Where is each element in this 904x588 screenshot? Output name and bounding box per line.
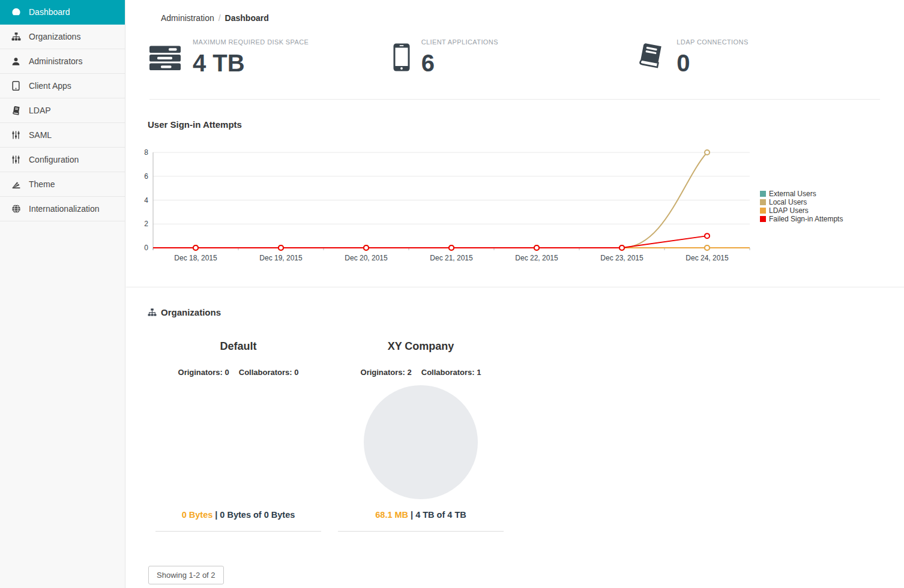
- usage-used: 0 Bytes of: [220, 510, 264, 520]
- usage-separator: |: [215, 510, 217, 520]
- sidebar-item-organizations[interactable]: Organizations: [0, 25, 125, 49]
- stat-card: LDAP CONNECTIONS0: [636, 38, 880, 75]
- originators-count: Originators: 0: [178, 368, 229, 377]
- svg-text:2: 2: [144, 220, 148, 228]
- card-divider: [338, 531, 504, 532]
- usage-total: 4 TB: [447, 510, 466, 520]
- organization-counts: Originators: 0Collaborators: 0: [151, 368, 325, 377]
- sidebar-item-label: Configuration: [29, 155, 79, 164]
- breadcrumb: Administration/Dashboard: [126, 0, 904, 23]
- legend-label: Local Users: [769, 198, 807, 206]
- chart-legend: External UsersLocal UsersLDAP UsersFaile…: [760, 190, 843, 223]
- legend-item: Failed Sign-in Attempts: [760, 215, 843, 223]
- organizations-title: Organizations: [148, 307, 904, 317]
- sidebar-item-theme[interactable]: Theme: [0, 172, 125, 197]
- svg-text:Dec 19, 2015: Dec 19, 2015: [259, 254, 303, 262]
- sidebar-item-label: Administrators: [29, 56, 82, 66]
- sidebar-item-label: Theme: [29, 179, 55, 189]
- chart-title: User Sign-in Attempts: [148, 119, 904, 130]
- svg-text:Dec 22, 2015: Dec 22, 2015: [515, 254, 558, 262]
- stat-label: MAXIMUM REQUIRED DISK SPACE: [193, 38, 309, 46]
- pagination-status[interactable]: Showing 1-2 of 2: [148, 566, 224, 584]
- stat-value: 0: [676, 51, 748, 75]
- stat-value: 6: [421, 51, 498, 75]
- legend-swatch: [760, 199, 766, 205]
- mobile-icon: [393, 43, 410, 74]
- breadcrumb-page: Dashboard: [225, 13, 269, 23]
- organizations-icon: [11, 32, 21, 42]
- organizations-title-label: Organizations: [161, 307, 221, 317]
- card-divider: [155, 531, 321, 532]
- client-apps-icon: [11, 81, 21, 91]
- storage-usage: 0 Bytes|0 Bytes of 0 Bytes: [151, 510, 325, 520]
- sidebar-item-client-apps[interactable]: Client Apps: [0, 74, 125, 98]
- svg-text:Dec 24, 2015: Dec 24, 2015: [686, 254, 729, 262]
- usage-total: 0 Bytes: [264, 510, 295, 520]
- stats-row: MAXIMUM REQUIRED DISK SPACE4 TBCLIENT AP…: [149, 38, 880, 100]
- organization-cards: DefaultOriginators: 0Collaborators: 00 B…: [151, 331, 904, 532]
- originators-count: Originators: 2: [361, 368, 412, 377]
- sidebar-item-label: Dashboard: [29, 7, 70, 17]
- legend-item: External Users: [760, 190, 843, 198]
- legend-label: LDAP Users: [769, 206, 809, 215]
- usage-used: 4 TB of: [415, 510, 447, 520]
- legend-item: Local Users: [760, 198, 843, 206]
- sidebar-item-label: Client Apps: [29, 81, 71, 91]
- chart-row: 02468Dec 18, 2015Dec 19, 2015Dec 20, 201…: [131, 145, 904, 268]
- signin-chart: 02468Dec 18, 2015Dec 19, 2015Dec 20, 201…: [131, 145, 753, 268]
- legend-swatch: [760, 216, 766, 222]
- usage-highlight: 0 Bytes: [182, 510, 213, 520]
- configuration-icon: [11, 155, 21, 165]
- stat-card: CLIENT APPLICATIONS6: [393, 38, 637, 75]
- storage-donut-area: [151, 385, 325, 499]
- organization-card: DefaultOriginators: 0Collaborators: 00 B…: [151, 331, 325, 532]
- svg-text:Dec 23, 2015: Dec 23, 2015: [600, 254, 643, 262]
- stat-value: 4 TB: [193, 51, 309, 75]
- storage-usage: 68.1 MB|4 TB of 4 TB: [334, 510, 508, 520]
- stat-card: MAXIMUM REQUIRED DISK SPACE4 TB: [149, 38, 393, 75]
- internationalization-icon: [11, 204, 21, 214]
- stat-label: CLIENT APPLICATIONS: [421, 38, 498, 46]
- storage-donut-chart: [364, 385, 478, 499]
- theme-icon: [11, 179, 21, 190]
- ldap-icon: [11, 106, 21, 116]
- usage-highlight: 68.1 MB: [375, 510, 408, 520]
- svg-text:Dec 21, 2015: Dec 21, 2015: [430, 254, 473, 262]
- sidebar-item-internationalization[interactable]: Internationalization: [0, 197, 125, 221]
- dashboard-icon: [11, 7, 21, 17]
- sidebar-item-label: Organizations: [29, 32, 80, 41]
- legend-swatch: [760, 208, 766, 214]
- usage-separator: |: [411, 510, 413, 520]
- organization-counts: Originators: 2Collaborators: 1: [334, 368, 508, 377]
- signin-chart-section: User Sign-in Attempts 02468Dec 18, 2015D…: [126, 119, 904, 287]
- svg-text:Dec 20, 2015: Dec 20, 2015: [345, 254, 388, 262]
- svg-text:6: 6: [144, 172, 148, 181]
- sidebar-item-configuration[interactable]: Configuration: [0, 148, 125, 172]
- breadcrumb-separator: /: [218, 13, 221, 23]
- sidebar-item-dashboard[interactable]: Dashboard: [0, 0, 125, 25]
- organization-name: XY Company: [334, 340, 508, 353]
- svg-text:4: 4: [144, 196, 148, 205]
- sidebar-item-ldap[interactable]: LDAP: [0, 98, 125, 123]
- main-content: Administration/Dashboard MAXIMUM REQUIRE…: [126, 0, 904, 584]
- organization-card: XY CompanyOriginators: 2Collaborators: 1…: [334, 331, 508, 532]
- book-icon: [636, 43, 665, 74]
- legend-swatch: [760, 191, 766, 197]
- sidebar-item-label: LDAP: [29, 106, 51, 115]
- breadcrumb-section[interactable]: Administration: [161, 13, 214, 23]
- legend-item: LDAP Users: [760, 206, 843, 215]
- svg-text:8: 8: [144, 148, 148, 157]
- saml-icon: [11, 130, 21, 140]
- server-icon: [149, 45, 181, 74]
- collaborators-count: Collaborators: 1: [421, 368, 481, 377]
- legend-label: External Users: [769, 190, 816, 198]
- organization-name: Default: [151, 340, 325, 353]
- storage-donut-area: [334, 385, 508, 499]
- sidebar-item-label: SAML: [29, 130, 52, 140]
- legend-label: Failed Sign-in Attempts: [769, 215, 843, 223]
- svg-text:0: 0: [144, 244, 148, 252]
- sidebar-item-saml[interactable]: SAML: [0, 123, 125, 148]
- sidebar-item-administrators[interactable]: Administrators: [0, 49, 125, 74]
- sitemap-icon: [148, 308, 157, 317]
- collaborators-count: Collaborators: 0: [239, 368, 299, 377]
